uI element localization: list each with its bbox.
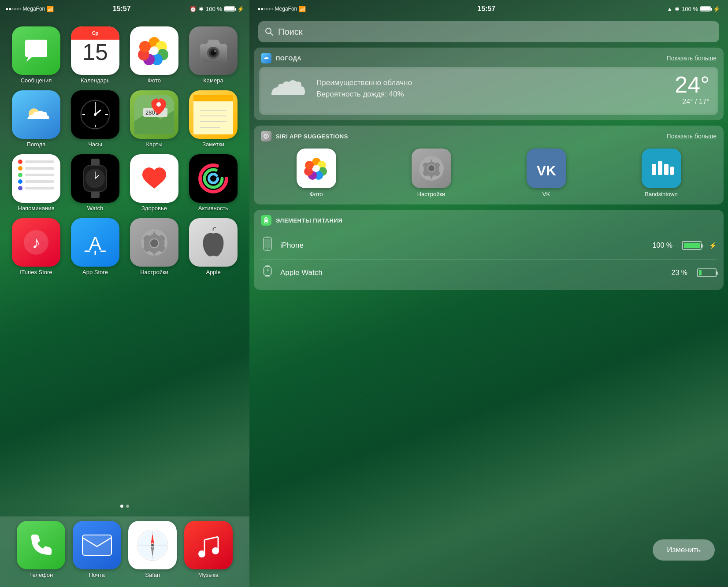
dock-icon-phone — [17, 521, 65, 569]
app-calendar[interactable]: Ср 15 Календарь — [68, 26, 123, 84]
search-bar[interactable]: Поиск — [258, 21, 719, 42]
dock-phone[interactable]: Телефон — [17, 521, 65, 578]
app-health[interactable]: Здоровье — [127, 154, 182, 212]
app-itunes[interactable]: ♪ iTunes Store — [9, 218, 63, 275]
siri-app-photos[interactable]: Фото — [261, 149, 371, 197]
app-icon-camera — [189, 26, 238, 75]
app-reminders[interactable]: Напоминания — [9, 154, 63, 212]
app-icon-weather — [12, 90, 60, 139]
siri-app-settings[interactable]: Настройки — [376, 149, 487, 197]
app-label-maps: Карты — [146, 141, 162, 148]
app-messages[interactable]: Сообщения — [9, 26, 63, 84]
weather-widget: ПОГОДА Показать больше Преимущественно о… — [254, 48, 724, 120]
charging-right: ⚡ — [713, 6, 720, 12]
battery-pct-left: 100 % — [206, 6, 222, 12]
weather-cloud-icon — [268, 71, 308, 106]
app-icon-watch — [71, 154, 119, 203]
siri-app-vk[interactable]: VK VK — [491, 149, 602, 197]
app-icon-appstore: A — [71, 218, 119, 267]
bt-left: ✱ — [199, 6, 204, 12]
bt-right: ✱ — [675, 6, 680, 12]
status-bar-left: ●●○○○ MegaFon 📶 15:57 ⏰ ✱ 100 % ⚡ — [0, 0, 249, 18]
app-icon-health — [130, 154, 178, 203]
dock-icon-music — [184, 521, 233, 569]
svg-point-14 — [214, 50, 216, 52]
weather-show-more[interactable]: Показать больше — [667, 55, 717, 62]
svg-line-69 — [271, 33, 273, 35]
battery-widget-title: ЭЛЕМЕНТЫ ПИТАНИЯ — [276, 217, 342, 224]
app-maps[interactable]: 280 ▶ Карты — [127, 90, 182, 148]
siri-label-photos: Фото — [310, 191, 323, 197]
battery-widget: ЭЛЕМЕНТЫ ПИТАНИЯ iPhone 100 % — [254, 210, 724, 290]
app-clock[interactable]: Часы — [68, 90, 123, 148]
siri-label-vk: VK — [542, 191, 550, 197]
svg-rect-86 — [664, 164, 669, 175]
carrier-right: ●●○○○ MegaFon — [257, 6, 297, 12]
svg-point-44 — [209, 174, 218, 183]
svg-point-68 — [266, 28, 271, 33]
app-photos[interactable]: Фото — [127, 26, 182, 84]
dock-safari[interactable]: Safari — [128, 521, 177, 578]
svg-rect-87 — [670, 167, 674, 175]
dock: Телефон Почта — [0, 516, 249, 587]
app-activity[interactable]: Активность — [186, 154, 241, 212]
svg-point-7 — [150, 46, 159, 55]
weather-temp-block: 24° 24° / 17° — [675, 71, 709, 106]
change-button[interactable]: Изменить — [653, 539, 715, 561]
svg-point-67 — [212, 547, 219, 554]
wifi-right: 📶 — [299, 6, 306, 12]
svg-rect-30 — [193, 101, 233, 134]
siri-label-bandsintown: Bandsintown — [645, 191, 677, 197]
svg-rect-90 — [265, 219, 267, 222]
battery-icon-right — [700, 6, 711, 11]
app-apple[interactable]: Apple — [186, 218, 241, 275]
siri-icon-vk: VK — [527, 149, 566, 188]
right-phone: ●●○○○ MegaFon 📶 15:57 ▲ ✱ 100 % ⚡ Поиск — [249, 0, 728, 587]
battery-row-watch: Apple Watch 23 % — [261, 260, 717, 286]
svg-point-43 — [204, 170, 222, 187]
app-label-appstore: App Store — [82, 269, 108, 275]
app-watch[interactable]: Watch — [68, 154, 123, 212]
app-icon-calendar: Ср 15 — [71, 26, 119, 75]
page-dots — [0, 505, 249, 508]
svg-text:VK: VK — [536, 163, 556, 178]
app-settings[interactable]: Настройки — [127, 218, 182, 275]
app-weather[interactable]: Погода — [9, 90, 63, 148]
app-appstore[interactable]: A App Store — [68, 218, 123, 275]
svg-line-63 — [204, 537, 218, 540]
app-label-itunes: iTunes Store — [20, 269, 52, 275]
dock-music[interactable]: Музыка — [184, 521, 233, 578]
app-icon-activity — [189, 154, 238, 203]
app-label-camera: Камера — [203, 77, 223, 84]
siri-apps-grid: Фото Настройки — [254, 145, 724, 204]
dock-label-music: Музыка — [198, 572, 219, 578]
siri-icon-bandsintown — [642, 149, 681, 188]
widgets-container: ПОГОДА Показать больше Преимущественно о… — [254, 48, 724, 290]
app-label-clock: Часы — [88, 141, 102, 148]
search-icon — [265, 27, 274, 36]
battery-content: iPhone 100 % ⚡ — [254, 229, 724, 290]
battery-icon-left — [224, 6, 235, 11]
siri-widget: S SIRI APP SUGGESTIONS Показать больше — [254, 126, 724, 204]
svg-point-94 — [267, 249, 268, 250]
siri-widget-icon: S — [261, 131, 271, 141]
dock-mail[interactable]: Почта — [73, 521, 121, 578]
svg-text:♪: ♪ — [32, 233, 41, 252]
weather-header: ПОГОДА Показать больше — [254, 48, 724, 67]
watch-name: Apple Watch — [280, 268, 665, 277]
left-phone: ●●○○○ MegaFon 📶 15:57 ⏰ ✱ 100 % ⚡ Сообще… — [0, 0, 249, 587]
app-notes[interactable]: Заметки — [186, 90, 241, 148]
svg-point-24 — [94, 113, 97, 116]
app-label-watch: Watch — [87, 205, 103, 212]
battery-row-iphone: iPhone 100 % ⚡ — [261, 231, 717, 260]
siri-show-more[interactable]: Показать больше — [667, 133, 717, 140]
siri-app-bandsintown[interactable]: Bandsintown — [606, 149, 717, 197]
app-camera[interactable]: Камера — [186, 26, 241, 84]
weather-widget-title: ПОГОДА — [276, 55, 301, 62]
search-text: Поиск — [278, 27, 302, 37]
svg-point-28 — [156, 102, 161, 107]
app-label-activity: Активность — [198, 205, 228, 212]
app-label-apple: Apple — [206, 269, 220, 275]
siri-icon-settings — [412, 149, 451, 188]
iphone-name: iPhone — [280, 241, 646, 250]
